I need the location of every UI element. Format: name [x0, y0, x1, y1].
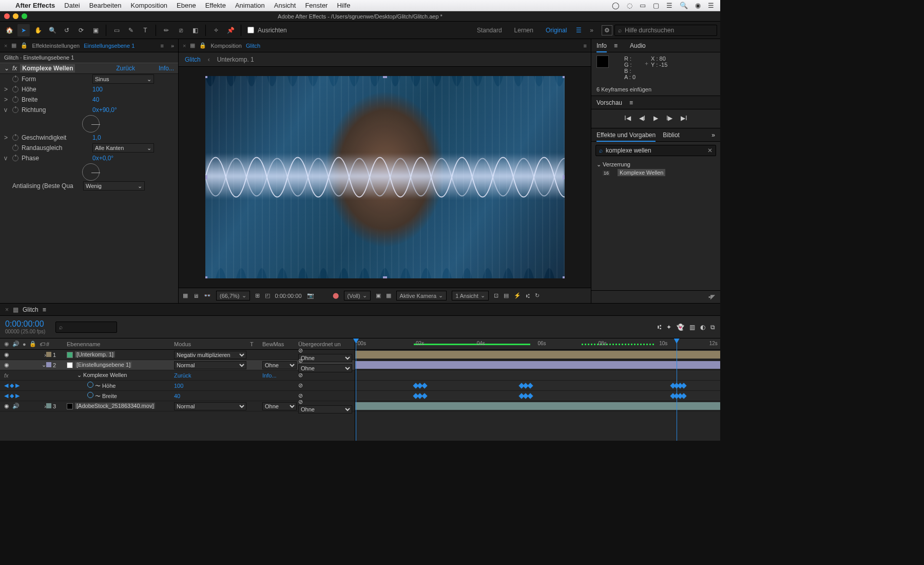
brush-tool[interactable]: ✏	[160, 24, 172, 36]
fast-preview-icon[interactable]: ⚡	[514, 292, 521, 299]
help-search[interactable]: ⌕ Hilfe durchsuchen	[614, 25, 717, 36]
eraser-tool[interactable]: ◧	[189, 24, 201, 36]
wifi-icon[interactable]: ☰	[666, 2, 672, 9]
transparency-icon[interactable]: ▦	[386, 292, 391, 299]
selection-tool[interactable]: ➤	[17, 24, 30, 36]
pen-tool[interactable]: ✎	[125, 24, 137, 36]
playhead[interactable]	[356, 338, 356, 441]
stopwatch-icon[interactable]	[87, 392, 93, 398]
roi-icon[interactable]: ▣	[376, 292, 381, 299]
settings-icon[interactable]: ⚙	[602, 25, 612, 35]
workspace-overflow-icon[interactable]: »	[590, 27, 593, 34]
menu-item[interactable]: Ansicht	[274, 2, 296, 9]
mask-icon[interactable]: ⊞	[255, 292, 260, 299]
workspace-tab-active[interactable]: Original	[541, 27, 572, 34]
control-center-icon[interactable]: ☰	[708, 2, 714, 9]
timeline-row[interactable]: ◀ ◆ ▶ 〜 Höhe100⊘	[0, 381, 355, 391]
app-name[interactable]: After Effects	[15, 2, 55, 9]
lock-icon[interactable]: 🔒	[199, 42, 206, 49]
keyframe[interactable]	[527, 383, 533, 388]
orbit-tool[interactable]: ↺	[61, 24, 73, 36]
preview-tab[interactable]: Vorschau	[596, 99, 622, 106]
effect-property[interactable]: vPhase0x+0,0°	[0, 153, 178, 163]
display-icon[interactable]: ▭	[640, 2, 646, 9]
effects-search[interactable]: ⌕ komplexe wellen ✕	[595, 145, 716, 156]
keyframe-nav[interactable]: ◀ ◆ ▶	[4, 382, 20, 389]
pixel-aspect-icon[interactable]: ▤	[504, 292, 509, 299]
stopwatch-icon[interactable]	[12, 145, 18, 151]
info-tab[interactable]: Info	[596, 42, 607, 52]
frame-blend-icon[interactable]: ▥	[689, 324, 695, 331]
pin-tool[interactable]: 📌	[224, 24, 237, 36]
next-frame-button[interactable]: I▶	[666, 115, 672, 122]
reset-exposure-icon[interactable]: ↻	[535, 292, 540, 299]
timeline-track[interactable]	[355, 391, 720, 401]
timeline-track[interactable]	[355, 360, 720, 370]
timeline-tab[interactable]: Glitch	[23, 306, 38, 313]
angle-dial[interactable]	[82, 163, 100, 181]
visibility-toggle[interactable]: ◉	[4, 403, 9, 409]
last-frame-button[interactable]: ▶I	[681, 115, 687, 122]
layer-search[interactable]: ⌕	[55, 322, 117, 333]
visibility-toggle[interactable]: ◉	[4, 362, 9, 368]
sync-icon[interactable]: ◌	[627, 2, 632, 9]
channel-icon[interactable]: ⬤	[333, 292, 339, 299]
workspace-tab[interactable]: Lernen	[509, 27, 538, 34]
effect-group[interactable]: ⌄ Verzerrung	[596, 161, 715, 168]
property-value[interactable]: 0x+0,0°	[92, 155, 113, 162]
close-tab-icon[interactable]: ×	[183, 43, 186, 49]
snap-checkbox[interactable]	[247, 27, 254, 33]
effect-property[interactable]: FormSinus⌄	[0, 74, 178, 84]
stopwatch-icon[interactable]	[12, 135, 18, 141]
first-frame-button[interactable]: I◀	[624, 115, 630, 122]
comp-tab-active[interactable]: Glitch	[185, 56, 201, 63]
rotate-tool[interactable]: ⟳	[75, 24, 87, 36]
crop-icon[interactable]: ◰	[265, 292, 270, 299]
motion-blur-icon[interactable]: ◐	[700, 324, 705, 331]
workspace-menu-icon[interactable]: ☰	[576, 27, 582, 34]
stopwatch-icon[interactable]	[12, 76, 18, 82]
property-dropdown[interactable]: Wenig⌄	[83, 181, 145, 191]
comp-tab[interactable]: Unterkomp. 1	[217, 56, 254, 63]
menu-item[interactable]: Hilfe	[337, 2, 350, 9]
timeline-row[interactable]: fx⌄ Komplexe WellenZurückInfo...⊘	[0, 370, 355, 381]
panel-tab[interactable]: Effekteinstellungen	[32, 43, 80, 49]
effect-property[interactable]: RandausgleichAlle Kanten⌄	[0, 143, 178, 153]
visibility-toggle[interactable]: ◉	[4, 351, 9, 358]
menu-item[interactable]: Komposition	[131, 2, 168, 9]
property-value[interactable]: 100	[92, 86, 103, 93]
workspace-tab[interactable]: Standard	[472, 27, 507, 34]
prev-frame-button[interactable]: ◀I	[639, 115, 645, 122]
comp-link[interactable]: Glitch	[246, 43, 260, 49]
timecode-display[interactable]: 0:00:00:00	[275, 293, 302, 299]
play-button[interactable]: ▶	[653, 115, 658, 122]
effect-property[interactable]: >Breite40	[0, 95, 178, 105]
view-opt-icon[interactable]: ⊡	[494, 292, 498, 299]
camera-dropdown[interactable]: Aktive Kamera ⌄	[396, 291, 447, 300]
maximize-window-button[interactable]	[22, 13, 27, 19]
menu-item[interactable]: Fenster	[305, 2, 328, 9]
property-dropdown[interactable]: Sinus⌄	[92, 74, 154, 84]
timeline-track[interactable]	[355, 401, 720, 411]
effect-property[interactable]: >Höhe100	[0, 84, 178, 95]
effect-property[interactable]: >Geschwindigkeit1,0	[0, 133, 178, 143]
snapshot-icon[interactable]: 📷	[307, 292, 314, 299]
keyframe[interactable]	[421, 383, 427, 388]
keyframe[interactable]	[681, 383, 687, 388]
close-tab-icon[interactable]: ×	[5, 306, 9, 313]
anchor-tool[interactable]: ▣	[89, 24, 102, 36]
minimize-window-button[interactable]	[13, 13, 18, 19]
menu-item[interactable]: Animation	[235, 2, 265, 9]
menu-item[interactable]: Ebene	[177, 2, 196, 9]
property-value[interactable]: 0x+90,0°	[92, 106, 117, 114]
layer-link[interactable]: Einstellungsebene 1	[84, 43, 134, 49]
time-ruler[interactable]: :00s 02s 04s 06s 08s 10s 12s	[355, 338, 720, 350]
stopwatch-icon[interactable]	[12, 86, 18, 92]
display-icon[interactable]: 🖥	[193, 293, 199, 299]
views-dropdown[interactable]: 1 Ansicht ⌄	[452, 291, 489, 300]
keyframe[interactable]	[527, 393, 533, 399]
resolution-dropdown[interactable]: (Voll) ⌄	[344, 291, 371, 300]
timeline-row[interactable]: ◉🔊› 3[AdobeStock_251863340.mov]NormalOhn…	[0, 401, 355, 411]
preview-canvas[interactable]	[205, 76, 565, 278]
current-timecode[interactable]: 0:00:00:00	[5, 319, 45, 329]
